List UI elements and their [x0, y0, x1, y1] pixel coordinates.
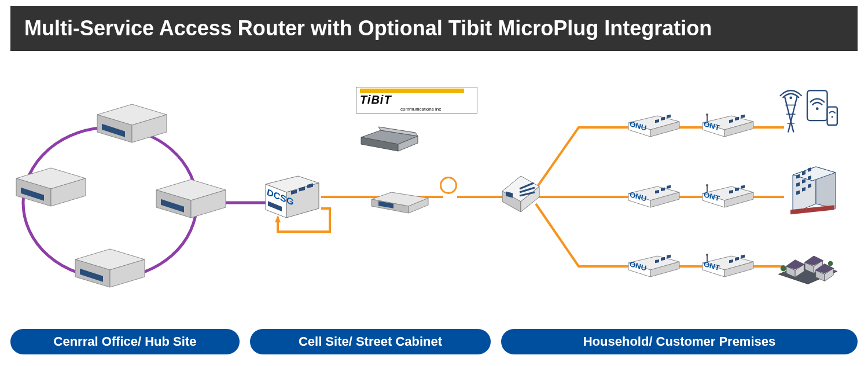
- svg-rect-65: [741, 115, 745, 118]
- svg-rect-72: [807, 90, 827, 120]
- ont-device-icon: ONT: [700, 184, 756, 210]
- hub-server-icon: [69, 243, 150, 295]
- section-label: Cenrral Office/ Hub Site: [54, 334, 197, 349]
- section-pill-central-office: Cenrral Office/ Hub Site: [10, 329, 240, 354]
- tibit-logo: TiBiT communications inc: [356, 87, 477, 114]
- svg-rect-111: [667, 255, 671, 258]
- svg-point-113: [706, 254, 708, 256]
- onu-device-icon: ONU: [626, 184, 682, 210]
- svg-point-84: [706, 184, 708, 186]
- link-layer: [0, 0, 868, 366]
- optical-splitter-icon: [500, 174, 542, 215]
- ont-device-icon: ONT: [700, 254, 756, 279]
- svg-point-135: [828, 261, 833, 266]
- section-label: Cell Site/ Street Cabinet: [299, 334, 442, 349]
- svg-point-73: [816, 107, 819, 110]
- svg-rect-91: [741, 185, 745, 189]
- svg-point-71: [789, 97, 792, 100]
- onu-device-icon: ONU: [626, 254, 682, 279]
- houses-neighborhood-icon: [777, 241, 840, 293]
- svg-point-58: [706, 114, 708, 116]
- ont-device-icon: ONT: [700, 114, 756, 139]
- sfp-module-photo-icon: [358, 119, 421, 153]
- hub-server-icon: [150, 174, 231, 226]
- svg-point-75: [832, 116, 833, 118]
- page-title-text: Multi-Service Access Router with Optiona…: [24, 16, 712, 41]
- tibit-sub-text: communications inc: [360, 107, 473, 112]
- svg-point-134: [781, 265, 786, 271]
- svg-rect-82: [667, 185, 671, 189]
- section-pill-cell-site: Cell Site/ Street Cabinet: [250, 329, 491, 354]
- fiber-coil-icon: [440, 177, 457, 194]
- svg-rect-74: [827, 107, 837, 125]
- svg-rect-120: [741, 255, 745, 258]
- hub-server-icon: [91, 98, 172, 151]
- cell-tower-wifi-icon: [775, 87, 839, 139]
- office-building-icon: [781, 163, 845, 215]
- section-label: Household/ Customer Premises: [583, 334, 776, 349]
- diagram-canvas: Multi-Service Access Router with Optiona…: [0, 0, 868, 366]
- svg-rect-56: [667, 115, 671, 118]
- page-title: Multi-Service Access Router with Optiona…: [10, 6, 858, 51]
- section-pill-household: Household/ Customer Premises: [501, 329, 858, 354]
- hub-server-icon: [10, 162, 91, 214]
- tibit-brand-text: TiBiT: [360, 93, 473, 107]
- dcsg-router-icon: DCSG: [263, 174, 321, 220]
- onu-device-icon: ONU: [626, 114, 682, 139]
- sfp-module-icon: [368, 181, 432, 215]
